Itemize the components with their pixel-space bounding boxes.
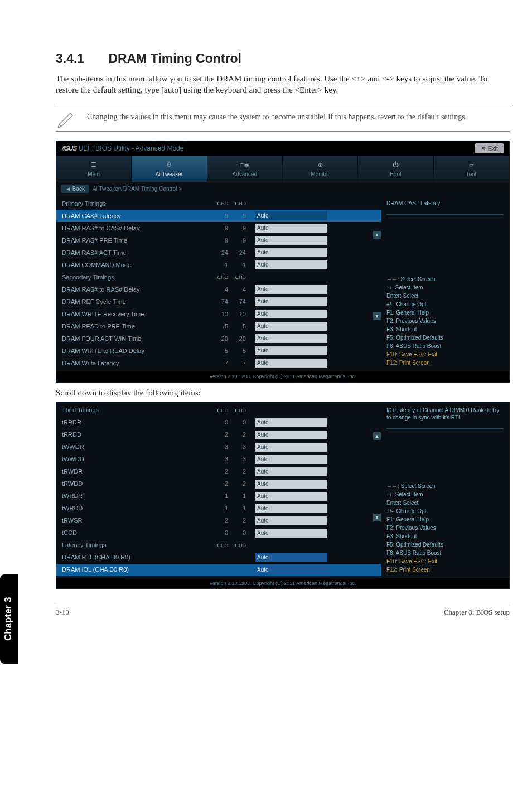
tab-label: Boot <box>358 171 433 178</box>
setting-row[interactable]: tWRDD11Auto <box>56 503 381 515</box>
setting-row[interactable]: DRAM RAS# ACT Time2424Auto <box>56 247 381 259</box>
setting-input[interactable]: Auto <box>255 260 327 269</box>
setting-input[interactable]: Auto <box>255 346 327 355</box>
setting-label: tRWSR <box>62 516 207 525</box>
setting-input[interactable]: Auto <box>255 516 327 525</box>
setting-row[interactable]: tWWDD33Auto <box>56 453 381 466</box>
setting-input[interactable]: Auto <box>255 310 327 318</box>
settings-list[interactable]: Third TimingsCHCCHDtRRDR00AutotRRDD22Aut… <box>56 402 381 578</box>
tab-tool[interactable]: ▱Tool <box>434 156 509 182</box>
help-title: I/O Latency of Channel A DIMM 0 Rank 0. … <box>386 407 504 422</box>
setting-row[interactable]: tCCD00Auto <box>56 527 381 539</box>
setting-input[interactable]: Auto <box>255 566 327 574</box>
scroll-up-button[interactable]: ▲ <box>373 231 381 239</box>
setting-label: tWWDD <box>62 455 207 463</box>
setting-row[interactable]: DRAM Write Latency77Auto <box>56 357 381 369</box>
group-header: Latency TimingsCHCCHD <box>56 539 381 552</box>
setting-row[interactable]: DRAM RAS# to RAS# Delay44Auto <box>56 283 381 296</box>
setting-row[interactable]: tRRDR00Auto <box>56 417 381 429</box>
setting-input[interactable]: Auto <box>255 504 327 513</box>
setting-row[interactable]: tRWDR22Auto <box>56 466 381 478</box>
setting-row[interactable]: DRAM RAS# PRE Time99Auto <box>56 234 381 247</box>
scroll-down-button[interactable]: ▼ <box>373 312 381 320</box>
setting-input[interactable]: Auto <box>255 553 327 562</box>
setting-label: tWRDR <box>62 492 207 500</box>
note-text: Changing the values in this menu may cau… <box>87 112 467 123</box>
hint-line: F5: Optimized Defaults <box>386 540 504 549</box>
tab-advanced[interactable]: ≡◉Advanced <box>207 156 283 182</box>
setting-label: DRAM RAS# ACT Time <box>62 249 207 257</box>
setting-input[interactable]: Auto <box>255 248 327 257</box>
settings-list[interactable]: Primary TimingsCHCCHDDRAM CAS# Latency99… <box>56 195 381 371</box>
setting-label: DRAM IOL (CHA D0 R0) <box>62 566 207 574</box>
channel-values: 11 <box>207 504 246 513</box>
help-panel: DRAM CAS# Latency →←: Select Screen↑↓: S… <box>381 195 509 371</box>
setting-input[interactable]: Auto <box>255 334 327 343</box>
setting-row[interactable]: DRAM IOL (CHA D0 R0)Auto <box>56 564 381 576</box>
setting-input[interactable]: Auto <box>255 431 327 439</box>
setting-label: DRAM RAS# to CAS# Delay <box>62 224 207 233</box>
tab-label: Main <box>56 171 131 178</box>
tab-ai-tweaker[interactable]: ⚙Ai Tweaker <box>132 156 207 182</box>
channel-values: 99 <box>207 236 246 245</box>
setting-label: tRRDD <box>62 431 207 439</box>
setting-input[interactable]: Auto <box>255 443 327 452</box>
setting-label: DRAM RAS# to RAS# Delay <box>62 286 207 294</box>
setting-input[interactable]: Auto <box>255 418 327 427</box>
setting-input[interactable]: Auto <box>255 359 327 368</box>
hint-line: +/-: Change Opt. <box>386 507 504 515</box>
setting-label: DRAM REF Cycle Time <box>62 298 207 306</box>
setting-input[interactable]: Auto <box>255 322 327 331</box>
key-hints: →←: Select Screen↑↓: Select ItemEnter: S… <box>386 482 504 574</box>
setting-input[interactable]: Auto <box>255 236 327 245</box>
setting-row[interactable]: DRAM RAS# to CAS# Delay99Auto <box>56 222 381 234</box>
tab-main[interactable]: ☰Main <box>56 156 132 182</box>
setting-input[interactable]: Auto <box>255 480 327 489</box>
scroll-down-button[interactable]: ▼ <box>373 514 381 521</box>
setting-row[interactable]: DRAM REF Cycle Time7474Auto <box>56 296 381 308</box>
hint-line: Enter: Select <box>386 499 504 507</box>
setting-input[interactable]: Auto <box>255 529 327 538</box>
setting-row[interactable]: tWRDR11Auto <box>56 490 381 503</box>
setting-input[interactable]: Auto <box>255 492 327 501</box>
tab-icon: ⏻ <box>358 160 433 170</box>
setting-input[interactable]: Auto <box>255 285 327 294</box>
tab-icon: ▱ <box>434 160 509 170</box>
setting-row[interactable]: DRAM RTL (CHA D0 R0)Auto <box>56 552 381 564</box>
exit-button[interactable]: ✕ Exit <box>475 143 504 154</box>
hint-line: F6: ASUS Ratio Boost <box>386 549 504 557</box>
tab-boot[interactable]: ⏻Boot <box>358 156 433 182</box>
hint-line: F12: Print Screen <box>386 566 504 574</box>
channel-values: 00 <box>207 529 246 537</box>
channel-values: 2424 <box>207 249 246 257</box>
bios-footer: Version 2.10.1208. Copyright (C) 2011 Am… <box>56 371 509 381</box>
setting-row[interactable]: DRAM WRITE Recovery Time1010Auto <box>56 308 381 320</box>
setting-row[interactable]: DRAM FOUR ACT WIN Time2020Auto <box>56 332 381 345</box>
setting-row[interactable]: tRWSR22Auto <box>56 515 381 527</box>
back-button[interactable]: ◄ Back <box>61 185 89 194</box>
setting-input[interactable]: Auto <box>255 297 327 306</box>
scroll-up-button[interactable]: ▲ <box>373 432 381 440</box>
setting-label: DRAM READ to PRE Time <box>62 322 207 331</box>
setting-row[interactable]: DRAM WRITE to READ Delay55Auto <box>56 345 381 357</box>
key-hints: →←: Select Screen↑↓: Select ItemEnter: S… <box>386 275 504 367</box>
setting-label: DRAM Write Latency <box>62 359 207 368</box>
setting-input[interactable]: Auto <box>255 224 327 233</box>
setting-row[interactable]: tRWDD22Auto <box>56 478 381 490</box>
channel-values: 99 <box>207 224 246 233</box>
tab-label: Monitor <box>283 171 357 178</box>
setting-row[interactable]: tRRDD22Auto <box>56 429 381 441</box>
setting-row[interactable]: tWWDR33Auto <box>56 441 381 453</box>
setting-input[interactable]: Auto <box>255 467 327 476</box>
tab-icon: ☰ <box>56 160 131 170</box>
setting-row[interactable]: DRAM CAS# Latency99Auto <box>56 210 381 222</box>
setting-row[interactable]: DRAM READ to PRE Time55Auto <box>56 320 381 332</box>
setting-input[interactable]: Auto <box>255 211 327 220</box>
channel-values: 11 <box>207 492 246 500</box>
tab-icon: ⊕ <box>283 160 357 170</box>
setting-row[interactable]: DRAM COMMAND Mode11Auto <box>56 259 381 271</box>
tab-monitor[interactable]: ⊕Monitor <box>283 156 358 182</box>
hint-line: +/-: Change Opt. <box>386 300 504 308</box>
setting-input[interactable]: Auto <box>255 455 327 464</box>
bios-panel-primary: /ISUS UEFI BIOS Utility - Advanced Mode … <box>56 141 510 383</box>
